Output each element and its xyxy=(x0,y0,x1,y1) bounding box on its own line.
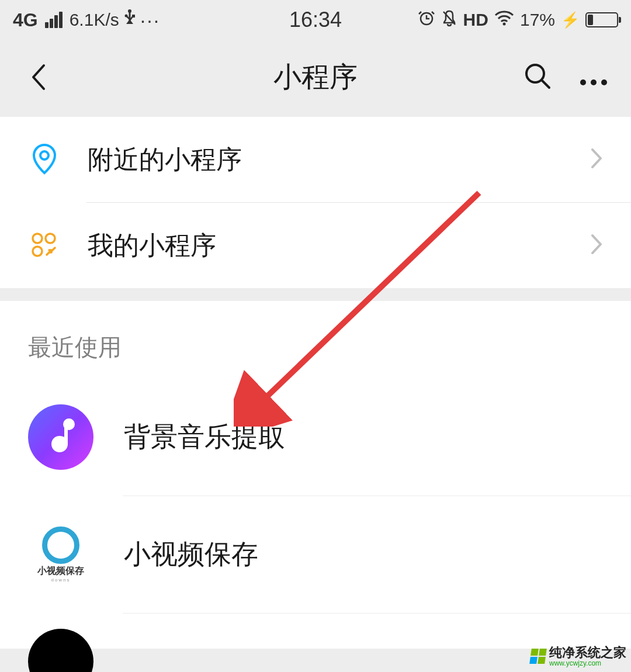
usb-icon xyxy=(124,9,136,32)
svg-point-16 xyxy=(63,418,75,430)
more-icon: ··· xyxy=(140,9,160,32)
svg-point-15 xyxy=(33,247,42,256)
recent-section-header: 最近使用 xyxy=(0,301,631,379)
app-icon xyxy=(28,629,93,672)
recent-apps-list: 背景音乐提取 小视频保存 downs 小视频保存 xyxy=(0,379,631,649)
clock: 16:34 xyxy=(289,8,342,32)
video-save-icon: 小视频保存 downs xyxy=(28,522,93,587)
status-left: 4G 6.1K/s ··· xyxy=(13,9,160,32)
wifi-icon xyxy=(494,10,514,30)
more-menu-button[interactable] xyxy=(580,63,608,92)
nav-bar: 小程序 xyxy=(0,40,631,115)
app-item-video-save[interactable]: 小视频保存 downs 小视频保存 xyxy=(0,496,631,613)
svg-point-6 xyxy=(502,23,505,26)
status-right: HD 17% ⚡ xyxy=(418,9,618,31)
location-icon xyxy=(28,143,61,176)
app-name: 背景音乐提取 xyxy=(124,419,285,455)
top-list: 附近的小程序 我的小程序 xyxy=(0,117,631,288)
app-name: 小视频保存 xyxy=(124,536,258,573)
list-item-label: 我的小程序 xyxy=(88,228,590,263)
app-item-3[interactable] xyxy=(0,614,631,649)
chevron-right-icon xyxy=(590,147,603,172)
svg-point-12 xyxy=(40,151,48,160)
my-miniprograms[interactable]: 我的小程序 xyxy=(0,203,631,288)
watermark-title: 纯净系统之家 xyxy=(549,646,626,660)
svg-point-10 xyxy=(591,79,597,85)
app-item-music-extract[interactable]: 背景音乐提取 xyxy=(0,379,631,496)
svg-point-14 xyxy=(46,234,55,243)
mute-icon xyxy=(441,9,457,31)
battery-icon xyxy=(585,12,618,27)
alarm-icon xyxy=(418,9,435,31)
battery-percent: 17% xyxy=(520,10,555,30)
nearby-miniprograms[interactable]: 附近的小程序 xyxy=(0,117,631,202)
network-type: 4G xyxy=(13,9,38,31)
music-note-icon xyxy=(28,404,93,470)
svg-point-9 xyxy=(580,79,586,85)
svg-point-13 xyxy=(33,234,42,243)
watermark: 纯净系统之家 www.ycwjzy.com xyxy=(531,646,626,667)
network-speed: 6.1K/s xyxy=(70,10,119,30)
hd-indicator: HD xyxy=(463,10,488,30)
search-button[interactable] xyxy=(523,62,552,92)
status-bar: 4G 6.1K/s ··· 16:34 HD 17% ⚡ xyxy=(0,0,631,40)
section-spacer xyxy=(0,288,631,301)
back-button[interactable] xyxy=(23,63,53,92)
svg-point-11 xyxy=(601,79,607,85)
signal-icon xyxy=(45,12,63,28)
svg-line-8 xyxy=(542,81,549,88)
svg-point-7 xyxy=(526,65,544,82)
watermark-url: www.ycwjzy.com xyxy=(549,660,626,667)
chevron-right-icon xyxy=(590,233,603,258)
page-title: 小程序 xyxy=(273,58,358,96)
grid-icon xyxy=(28,229,61,262)
list-item-label: 附近的小程序 xyxy=(88,143,590,177)
watermark-logo-icon xyxy=(529,649,547,664)
charging-icon: ⚡ xyxy=(561,11,580,29)
